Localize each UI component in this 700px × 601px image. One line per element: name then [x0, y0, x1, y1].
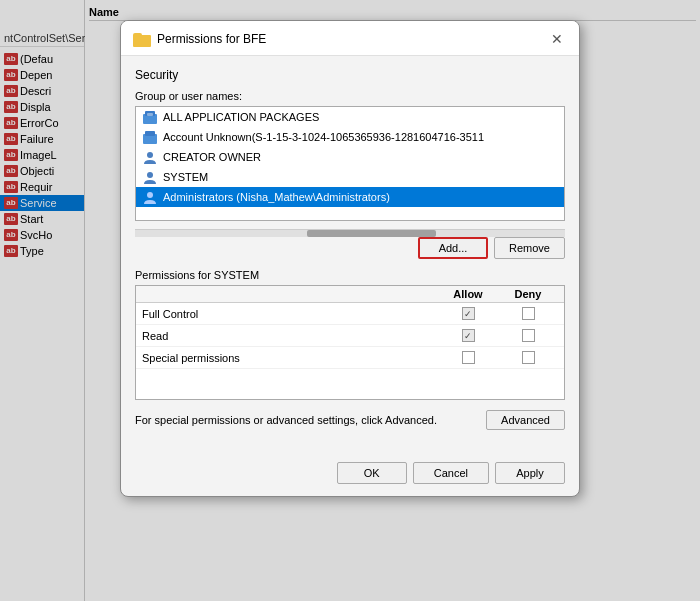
perm-name: Special permissions: [142, 352, 438, 364]
svg-rect-4: [145, 131, 155, 136]
perm-row-fullcontrol: Full Control: [136, 303, 564, 325]
permissions-header: Allow Deny: [136, 286, 564, 303]
perm-col-deny-header: Deny: [498, 288, 558, 300]
svg-point-5: [147, 152, 153, 158]
remove-button[interactable]: Remove: [494, 237, 565, 259]
security-label: Security: [135, 68, 565, 82]
group-label: Group or user names:: [135, 90, 565, 102]
main-window: ntControlSet\Services\BFE ab (Defau ab D…: [0, 0, 700, 601]
perm-row-special: Special permissions: [136, 347, 564, 369]
scrollbar[interactable]: [135, 229, 565, 237]
checkbox-fullcontrol-deny[interactable]: [522, 307, 535, 320]
perm-allow-checkbox[interactable]: [438, 329, 498, 342]
perm-name: Full Control: [142, 308, 438, 320]
apply-button[interactable]: Apply: [495, 462, 565, 484]
perm-empty-row: [136, 369, 564, 399]
dialog-body: Security Group or user names: ALL APPLIC: [121, 56, 579, 454]
perm-name: Read: [142, 330, 438, 342]
folder-icon: [133, 31, 151, 47]
permissions-table: Allow Deny Full Control: [135, 285, 565, 400]
dialog-titlebar: Permissions for BFE ✕: [121, 21, 579, 56]
user-name: ALL APPLICATION PACKAGES: [163, 111, 319, 123]
add-remove-row: Add... Remove: [135, 237, 565, 259]
perm-deny-checkbox[interactable]: [498, 307, 558, 320]
checkbox-special-allow[interactable]: [462, 351, 475, 364]
checkbox-special-deny[interactable]: [522, 351, 535, 364]
package-icon: [142, 130, 158, 144]
user-name: Administrators (Nisha_Mathew\Administrat…: [163, 191, 390, 203]
checkbox-read-allow[interactable]: [462, 329, 475, 342]
permissions-label: Permissions for SYSTEM: [135, 269, 565, 281]
perm-deny-checkbox[interactable]: [498, 329, 558, 342]
perm-allow-checkbox[interactable]: [438, 351, 498, 364]
user-item[interactable]: Account Unknown(S-1-15-3-1024-1065365936…: [136, 127, 564, 147]
advanced-text: For special permissions or advanced sett…: [135, 414, 486, 426]
add-button[interactable]: Add...: [418, 237, 488, 259]
checkbox-read-deny[interactable]: [522, 329, 535, 342]
user-name: Account Unknown(S-1-15-3-1024-1065365936…: [163, 131, 484, 143]
cancel-button[interactable]: Cancel: [413, 462, 489, 484]
permissions-section: Permissions for SYSTEM Allow Deny Full C…: [135, 269, 565, 400]
perm-col-name-header: [142, 288, 438, 300]
user-item[interactable]: CREATOR OWNER: [136, 147, 564, 167]
package-icon: [142, 110, 158, 124]
perm-deny-checkbox[interactable]: [498, 351, 558, 364]
dialog-title-left: Permissions for BFE: [133, 31, 266, 47]
user-item-selected[interactable]: Administrators (Nisha_Mathew\Administrat…: [136, 187, 564, 207]
person-icon: [142, 190, 158, 204]
perm-allow-checkbox[interactable]: [438, 307, 498, 320]
svg-rect-2: [147, 113, 153, 116]
svg-point-7: [147, 192, 153, 198]
advanced-button[interactable]: Advanced: [486, 410, 565, 430]
dialog-title: Permissions for BFE: [157, 32, 266, 46]
users-list[interactable]: ALL APPLICATION PACKAGES Account Unknown…: [135, 106, 565, 221]
person-icon: [142, 150, 158, 164]
svg-point-6: [147, 172, 153, 178]
close-button[interactable]: ✕: [547, 29, 567, 49]
user-item[interactable]: ALL APPLICATION PACKAGES: [136, 107, 564, 127]
advanced-row: For special permissions or advanced sett…: [135, 410, 565, 430]
perm-col-allow-header: Allow: [438, 288, 498, 300]
person-icon: [142, 170, 158, 184]
dialog-overlay: Permissions for BFE ✕ Security Group or …: [0, 0, 700, 601]
permissions-dialog: Permissions for BFE ✕ Security Group or …: [120, 20, 580, 497]
checkbox-fullcontrol-allow[interactable]: [462, 307, 475, 320]
perm-row-read: Read: [136, 325, 564, 347]
user-name: SYSTEM: [163, 171, 208, 183]
scrollbar-thumb[interactable]: [307, 230, 436, 237]
dialog-footer: OK Cancel Apply: [121, 454, 579, 496]
user-item[interactable]: SYSTEM: [136, 167, 564, 187]
ok-button[interactable]: OK: [337, 462, 407, 484]
user-name: CREATOR OWNER: [163, 151, 261, 163]
